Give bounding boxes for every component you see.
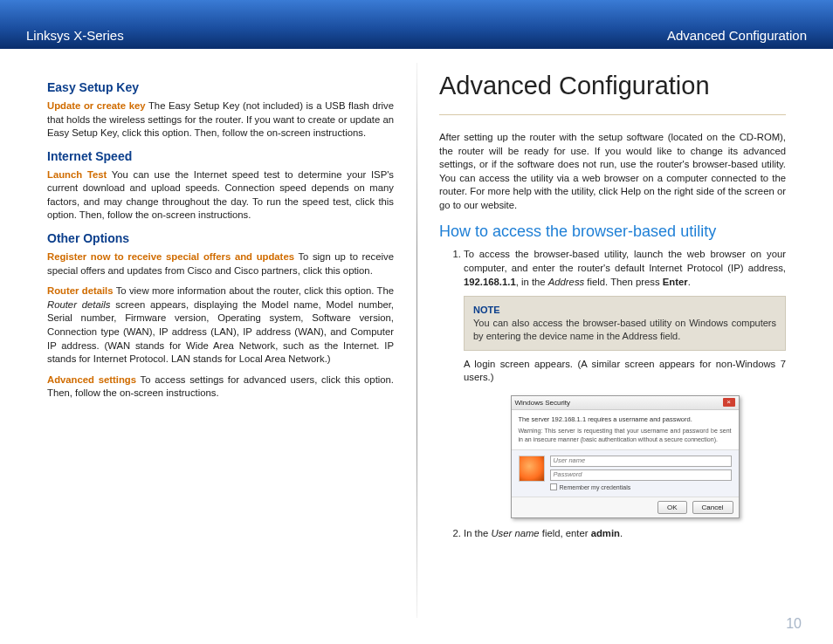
- ok-button[interactable]: OK: [657, 501, 687, 514]
- page-title: Advanced Configuration: [439, 72, 786, 100]
- dialog-title-text: Windows Security: [515, 398, 571, 408]
- para-internet-speed: Launch Test You can use the Internet spe…: [47, 168, 394, 223]
- right-column: Advanced Configuration After setting up …: [416, 72, 807, 607]
- para-router-details: Router details To view more information …: [47, 284, 394, 366]
- para-easy-setup-key: Update or create key The Easy Setup Key …: [47, 99, 394, 140]
- para-advanced-settings: Advanced settings To access settings for…: [47, 373, 394, 401]
- avatar-icon: [519, 456, 545, 482]
- para-intro: After setting up the router with the set…: [439, 131, 786, 212]
- windows-security-dialog: Windows Security × The server 192.168.1.…: [511, 395, 740, 518]
- cancel-button[interactable]: Cancel: [692, 501, 733, 514]
- close-icon[interactable]: ×: [723, 398, 735, 407]
- heading-how-to-access: How to access the browser-based utility: [439, 223, 786, 241]
- header-section: Advanced Configuration: [667, 28, 807, 43]
- dialog-credentials: User name Password Remember my credentia…: [512, 449, 739, 497]
- dialog-titlebar: Windows Security ×: [512, 396, 739, 410]
- username-field[interactable]: User name: [550, 456, 732, 467]
- header-bar: Linksys X-Series Advanced Configuration: [0, 0, 833, 49]
- password-field[interactable]: Password: [550, 469, 732, 481]
- step-2: In the User name field, enter admin.: [464, 527, 786, 541]
- lead-advanced-settings: Advanced settings: [47, 374, 136, 385]
- lead-router-details: Router details: [47, 285, 114, 296]
- note-text: You can also access the browser-based ut…: [473, 318, 776, 341]
- remember-checkbox-row[interactable]: Remember my credentials: [550, 483, 732, 492]
- step-1: To access the browser-based utility, lau…: [464, 248, 786, 518]
- header-product: Linksys X-Series: [26, 28, 124, 43]
- dialog-buttons: OK Cancel: [512, 497, 739, 517]
- page-body: Easy Setup Key Update or create key The …: [0, 49, 833, 607]
- title-rule: [439, 114, 786, 115]
- note-box: NOTE You can also access the browser-bas…: [464, 296, 786, 351]
- left-column: Easy Setup Key Update or create key The …: [26, 72, 416, 607]
- para-after-note: A login screen appears. (A similar scree…: [464, 358, 786, 385]
- heading-easy-setup-key: Easy Setup Key: [47, 80, 394, 94]
- para-register: Register now to receive special offers a…: [47, 250, 394, 277]
- heading-other-options: Other Options: [47, 231, 394, 245]
- dialog-message: The server 192.168.1.1 requires a userna…: [519, 415, 732, 424]
- lead-update-key: Update or create key: [47, 100, 146, 111]
- heading-internet-speed: Internet Speed: [47, 149, 394, 163]
- lead-register: Register now to receive special offers a…: [47, 251, 294, 262]
- dialog-warning: Warning: This server is requesting that …: [519, 427, 732, 443]
- dialog-body: The server 192.168.1.1 requires a userna…: [512, 410, 739, 449]
- note-label: NOTE: [473, 305, 500, 315]
- login-dialog-figure: Windows Security × The server 192.168.1.…: [464, 395, 786, 518]
- page-number: 10: [786, 616, 802, 632]
- checkbox-icon[interactable]: [550, 483, 557, 490]
- lead-launch-test: Launch Test: [47, 169, 107, 180]
- steps-list: To access the browser-based utility, lau…: [439, 248, 786, 540]
